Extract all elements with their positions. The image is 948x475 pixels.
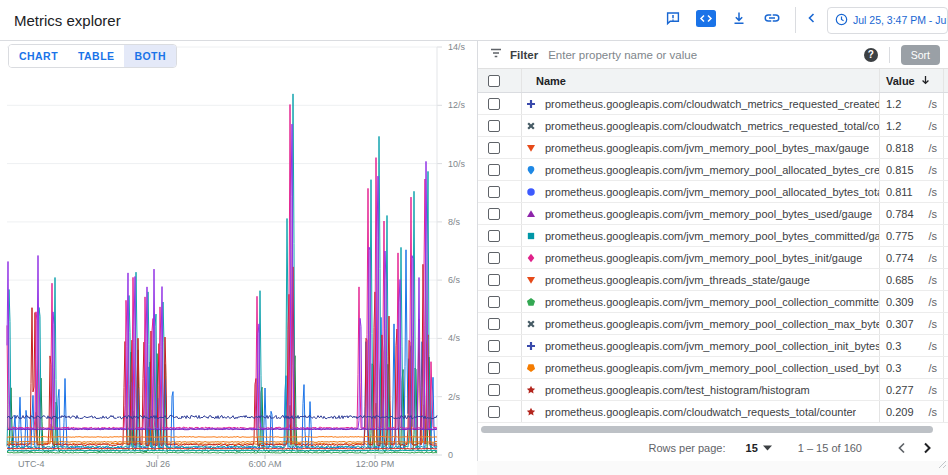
- table-row[interactable]: prometheus.googleapis.com/jvm_threads_st…: [478, 269, 948, 291]
- table-row[interactable]: prometheus.googleapis.com/jvm_memory_poo…: [478, 137, 948, 159]
- table-row[interactable]: prometheus.googleapis.com/test_histogram…: [478, 379, 948, 401]
- next-page-button[interactable]: [914, 442, 940, 454]
- collapse-panel-button[interactable]: [801, 7, 823, 33]
- rows-per-page-value: 15: [746, 442, 758, 454]
- metric-value: 0.209: [886, 406, 928, 418]
- spacer-column: [943, 379, 948, 400]
- table-row[interactable]: prometheus.googleapis.com/cloudwatch_met…: [478, 93, 948, 115]
- row-checkbox[interactable]: [488, 186, 500, 198]
- filter-label: Filter: [510, 49, 538, 61]
- metric-name-cell: prometheus.googleapis.com/cloudwatch_req…: [522, 401, 879, 422]
- feedback-button[interactable]: [661, 7, 685, 33]
- tab-chart[interactable]: CHART: [9, 45, 68, 67]
- table-body: prometheus.googleapis.com/cloudwatch_met…: [478, 93, 948, 423]
- download-button[interactable]: [727, 7, 751, 33]
- app-header: Metrics explorer: [0, 0, 948, 41]
- metric-value-cell: 0.784/s: [879, 203, 943, 224]
- metric-name: prometheus.googleapis.com/cloudwatch_req…: [545, 406, 856, 418]
- table-row[interactable]: prometheus.googleapis.com/jvm_memory_poo…: [478, 313, 948, 335]
- spacer-column: [943, 159, 948, 180]
- metric-name-cell: prometheus.googleapis.com/jvm_memory_poo…: [522, 181, 879, 202]
- metric-name: prometheus.googleapis.com/jvm_memory_poo…: [545, 142, 869, 154]
- table-row[interactable]: prometheus.googleapis.com/jvm_memory_poo…: [478, 357, 948, 379]
- share-link-button[interactable]: [760, 7, 784, 33]
- scrollbar-thumb[interactable]: [481, 426, 933, 433]
- resize-handle[interactable]: [938, 455, 947, 473]
- row-checkbox[interactable]: [488, 296, 500, 308]
- help-button[interactable]: ?: [864, 48, 878, 62]
- row-checkbox[interactable]: [488, 406, 500, 418]
- metric-value-cell: 0.774/s: [879, 247, 943, 268]
- filter-bar: Filter ? Sort: [478, 41, 948, 69]
- metric-value: 0.3: [886, 362, 928, 374]
- name-column-header[interactable]: Name: [522, 69, 879, 92]
- table-row[interactable]: prometheus.googleapis.com/jvm_memory_poo…: [478, 203, 948, 225]
- svg-text:UTC-4: UTC-4: [18, 459, 45, 469]
- metric-unit: /s: [928, 252, 937, 264]
- metric-value: 1.2: [886, 120, 928, 132]
- svg-text:10/s: 10/s: [448, 159, 466, 169]
- table-row[interactable]: prometheus.googleapis.com/jvm_memory_poo…: [478, 159, 948, 181]
- row-checkbox[interactable]: [488, 98, 500, 110]
- metric-name-cell: prometheus.googleapis.com/jvm_memory_poo…: [522, 137, 879, 158]
- row-checkbox[interactable]: [488, 340, 500, 352]
- row-checkbox[interactable]: [488, 120, 500, 132]
- spacer-column: [943, 357, 948, 378]
- svg-text:4/s: 4/s: [448, 333, 461, 343]
- row-checkbox-cell: [478, 115, 522, 136]
- filter-icon: [489, 46, 503, 64]
- table-row[interactable]: prometheus.googleapis.com/jvm_memory_poo…: [478, 181, 948, 203]
- time-range-selector[interactable]: Jul 25, 3:47 PM - Jul 26, 3:47 PM: [827, 7, 948, 34]
- value-column-header[interactable]: Value: [879, 69, 943, 92]
- row-checkbox[interactable]: [488, 318, 500, 330]
- svg-text:12:00 PM: 12:00 PM: [356, 459, 395, 469]
- row-checkbox[interactable]: [488, 252, 500, 264]
- table-row[interactable]: prometheus.googleapis.com/jvm_memory_poo…: [478, 225, 948, 247]
- row-checkbox[interactable]: [488, 208, 500, 220]
- spacer-column: [943, 313, 948, 334]
- spacer-column: [943, 115, 948, 136]
- row-checkbox-cell: [478, 269, 522, 290]
- row-checkbox[interactable]: [488, 274, 500, 286]
- tab-both[interactable]: BOTH: [124, 45, 176, 67]
- series-drop-icon: [526, 164, 536, 176]
- tab-table[interactable]: TABLE: [68, 45, 124, 67]
- chart-area: 02/s4/s6/s8/s10/s12/s14/sUTC-4Jul 266:00…: [0, 40, 476, 475]
- series-circle-icon: [526, 186, 536, 198]
- metric-name: prometheus.googleapis.com/jvm_memory_poo…: [545, 318, 879, 330]
- metrics-line-chart[interactable]: 02/s4/s6/s8/s10/s12/s14/sUTC-4Jul 266:00…: [0, 40, 476, 475]
- code-editor-button[interactable]: [694, 7, 718, 33]
- sort-button[interactable]: Sort: [901, 45, 940, 65]
- series-burst-icon: [526, 318, 536, 330]
- metric-unit: /s: [928, 362, 937, 374]
- chevron-right-icon: [923, 442, 932, 454]
- metrics-explorer-app: Metrics explorer: [0, 0, 948, 475]
- metric-name-cell: prometheus.googleapis.com/jvm_memory_poo…: [522, 335, 879, 356]
- page-title: Metrics explorer: [14, 12, 121, 29]
- filter-input[interactable]: [548, 49, 857, 61]
- row-checkbox[interactable]: [488, 230, 500, 242]
- table-row[interactable]: prometheus.googleapis.com/cloudwatch_met…: [478, 115, 948, 137]
- series-diamond-icon: [526, 252, 536, 264]
- view-mode-tabs: CHART TABLE BOTH: [8, 44, 177, 68]
- row-checkbox[interactable]: [488, 142, 500, 154]
- row-checkbox[interactable]: [488, 164, 500, 176]
- dropdown-caret-icon: [763, 445, 772, 451]
- spacer-column: [943, 93, 948, 114]
- series-plus-icon: [526, 98, 536, 110]
- collapse-left-icon: [805, 11, 819, 29]
- metric-name: prometheus.googleapis.com/cloudwatch_met…: [545, 120, 879, 132]
- rows-per-page-select[interactable]: 15: [746, 442, 772, 454]
- row-checkbox[interactable]: [488, 362, 500, 374]
- row-checkbox-cell: [478, 93, 522, 114]
- table-row[interactable]: prometheus.googleapis.com/cloudwatch_req…: [478, 401, 948, 423]
- metric-value-cell: 0.815/s: [879, 159, 943, 180]
- table-row[interactable]: prometheus.googleapis.com/jvm_memory_poo…: [478, 247, 948, 269]
- previous-page-button[interactable]: [888, 442, 914, 454]
- select-all-checkbox[interactable]: [488, 75, 500, 87]
- metric-name: prometheus.googleapis.com/jvm_memory_poo…: [545, 296, 879, 308]
- table-row[interactable]: prometheus.googleapis.com/jvm_memory_poo…: [478, 291, 948, 313]
- row-checkbox[interactable]: [488, 384, 500, 396]
- table-row[interactable]: prometheus.googleapis.com/jvm_memory_poo…: [478, 335, 948, 357]
- metric-name: prometheus.googleapis.com/jvm_memory_poo…: [545, 208, 872, 220]
